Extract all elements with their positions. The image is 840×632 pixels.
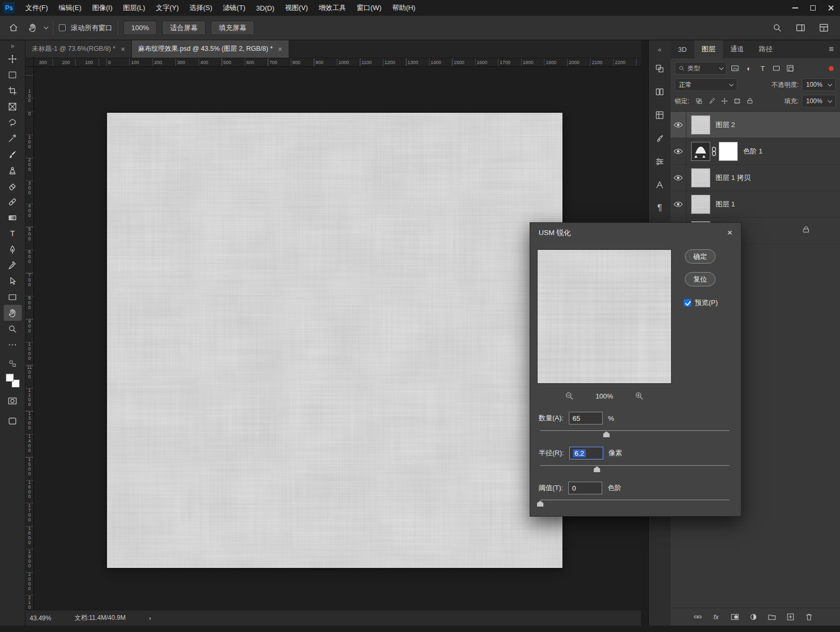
amount-slider[interactable]: [540, 428, 729, 435]
clone-source-panel-icon[interactable]: [649, 58, 671, 78]
dialog-close-icon[interactable]: ×: [720, 228, 732, 238]
canvas-document[interactable]: [107, 113, 562, 568]
home-icon[interactable]: [6, 21, 20, 35]
panel-menu-icon[interactable]: ≡: [823, 40, 840, 58]
radius-slider[interactable]: [540, 463, 729, 470]
tab-close-icon[interactable]: ×: [278, 45, 282, 53]
document-tab[interactable]: 未标题-1 @ 73.6%(RGB/8) * ×: [25, 40, 132, 58]
workspace-icon[interactable]: [817, 21, 830, 35]
zoom-tool[interactable]: [4, 321, 22, 337]
filter-type-icon[interactable]: T: [757, 63, 768, 74]
threshold-slider-thumb[interactable]: [537, 501, 543, 507]
menu-item[interactable]: 文字(Y): [150, 0, 184, 16]
sharpen-preview[interactable]: [537, 249, 672, 384]
panel-tab[interactable]: 通道: [723, 40, 752, 58]
fill-select[interactable]: 100%: [802, 95, 836, 107]
rectangular-marquee-tool[interactable]: [4, 67, 22, 83]
eyedropper-tool[interactable]: [4, 257, 22, 273]
rectangle-tool[interactable]: [4, 289, 22, 305]
layer-filter-search[interactable]: 类型: [675, 62, 727, 75]
layer-mask-thumbnail[interactable]: [719, 142, 738, 161]
type-tool[interactable]: T: [4, 225, 22, 241]
layer-mask-icon[interactable]: [729, 611, 740, 623]
mask-link-icon[interactable]: [711, 146, 717, 157]
foreground-background-colors[interactable]: [6, 374, 20, 387]
filter-smart-object-icon[interactable]: [785, 63, 796, 74]
preview-checkbox[interactable]: [684, 299, 691, 306]
ok-button[interactable]: 确定: [685, 249, 716, 264]
blend-mode-select[interactable]: 正常: [675, 78, 737, 91]
menu-item[interactable]: 图层(L): [118, 0, 150, 16]
screen-mode-icon[interactable]: [6, 414, 20, 428]
lock-artboard-icon[interactable]: [732, 97, 741, 106]
panel-tab[interactable]: 路径: [752, 40, 780, 58]
filter-switch-icon[interactable]: [829, 66, 834, 71]
v-ruler[interactable]: 1000100200300400500600700800900100011001…: [25, 67, 34, 610]
adjustments-panel-icon[interactable]: [649, 151, 671, 171]
layer-visibility-toggle[interactable]: [671, 191, 686, 217]
layer-name[interactable]: 图层 1: [716, 200, 735, 209]
reset-button[interactable]: 复位: [685, 272, 716, 286]
fill-screen-button[interactable]: 填充屏幕: [211, 21, 254, 35]
link-layers-icon[interactable]: [692, 611, 703, 623]
lock-all-icon[interactable]: [745, 97, 754, 106]
status-zoom-field[interactable]: 43.49%: [30, 615, 51, 622]
dialog-title-bar[interactable]: USM 锐化 ×: [530, 223, 741, 243]
info-panel-icon[interactable]: [649, 105, 671, 125]
pen-tool[interactable]: [4, 241, 22, 257]
layer-row[interactable]: 图层 1: [671, 191, 840, 218]
layer-row[interactable]: 色阶 1: [671, 138, 840, 165]
healing-brush-tool[interactable]: [4, 194, 22, 210]
tab-close-icon[interactable]: ×: [121, 45, 125, 53]
menu-item[interactable]: 帮助(H): [387, 0, 421, 16]
magic-wand-tool[interactable]: [4, 130, 22, 146]
swap-colors-icon[interactable]: [6, 360, 20, 367]
toolbar-collapse-icon[interactable]: »: [0, 41, 25, 51]
layer-visibility-toggle[interactable]: [671, 138, 686, 164]
adjustment-layer-icon[interactable]: [747, 611, 759, 623]
direct-selection-tool[interactable]: [4, 273, 22, 289]
layer-thumbnail[interactable]: [691, 195, 710, 214]
filter-adjustment-icon[interactable]: ◐: [744, 63, 754, 74]
maximize-button[interactable]: [804, 0, 822, 16]
status-expand-icon[interactable]: ›: [149, 615, 151, 622]
menu-item[interactable]: 窗口(W): [351, 0, 387, 16]
ruler-corner[interactable]: [25, 58, 34, 67]
menu-item[interactable]: 编辑(E): [53, 0, 87, 16]
lock-position-icon[interactable]: [720, 97, 729, 106]
frame-tool[interactable]: [4, 98, 22, 114]
zoom-out-icon[interactable]: [565, 391, 574, 401]
foreground-color-chip[interactable]: [6, 374, 14, 382]
lock-transparency-icon[interactable]: [694, 97, 703, 106]
layer-name[interactable]: 图层 2: [716, 120, 735, 130]
layer-name[interactable]: 图层 1 拷贝: [716, 173, 750, 183]
layer-group-icon[interactable]: [766, 611, 778, 623]
zoom-100-button[interactable]: 100%: [123, 21, 157, 35]
opacity-select[interactable]: 100%: [802, 78, 836, 91]
panel-tab[interactable]: 图层: [694, 40, 723, 58]
document-tab[interactable]: 麻布纹理效果.psd @ 43.5% (图层 2, RGB/8) * ×: [132, 40, 289, 58]
panels-collapse-icon[interactable]: «: [649, 40, 671, 58]
filter-shape-icon[interactable]: [771, 63, 782, 74]
amount-input[interactable]: 65: [569, 412, 603, 425]
new-layer-icon[interactable]: [784, 611, 796, 623]
adjustment-layer-thumbnail[interactable]: [691, 142, 710, 161]
menu-item[interactable]: 滤镜(T): [218, 0, 251, 16]
gradient-tool[interactable]: [4, 210, 22, 225]
threshold-slider[interactable]: [540, 497, 729, 504]
lock-pixels-icon[interactable]: [707, 97, 716, 106]
close-button[interactable]: [822, 0, 840, 16]
layer-effects-icon[interactable]: fx: [710, 611, 722, 623]
zoom-in-icon[interactable]: [635, 391, 644, 401]
menu-item[interactable]: 图像(I): [87, 0, 118, 16]
tool-preset-chevron-icon[interactable]: [44, 25, 48, 29]
scroll-all-windows-checkbox[interactable]: [59, 24, 66, 31]
layer-name[interactable]: 色阶 1: [743, 147, 763, 156]
fit-screen-button[interactable]: 适合屏幕: [162, 21, 205, 35]
hand-tool[interactable]: [4, 305, 22, 321]
filter-image-icon[interactable]: [730, 63, 740, 74]
menu-item[interactable]: 选择(S): [184, 0, 217, 16]
menu-item[interactable]: 3D(D): [251, 0, 280, 16]
h-ruler[interactable]: 3002001000100200300400500600700800900100…: [34, 58, 641, 67]
layer-visibility-toggle[interactable]: [671, 112, 686, 138]
